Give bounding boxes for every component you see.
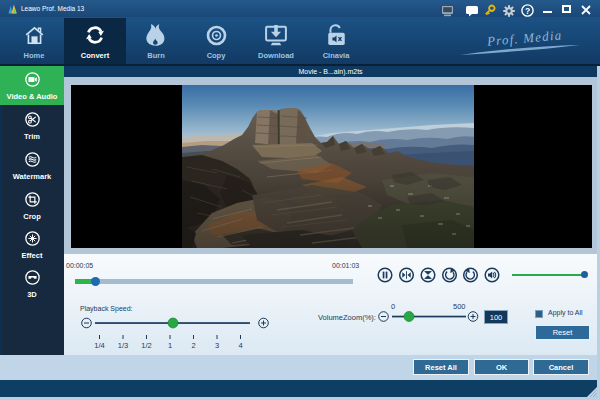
svg-text:1/3: 1/3: [118, 341, 128, 350]
svg-text:3: 3: [215, 341, 219, 350]
svg-text:4: 4: [238, 341, 242, 350]
svg-text:2: 2: [191, 341, 195, 350]
svg-text:Prof. Media: Prof. Media: [485, 27, 563, 49]
svg-text:1/2: 1/2: [141, 341, 151, 350]
svg-text:?: ?: [525, 6, 530, 16]
svg-text:1/4: 1/4: [94, 341, 104, 350]
svg-text:1: 1: [168, 341, 172, 350]
